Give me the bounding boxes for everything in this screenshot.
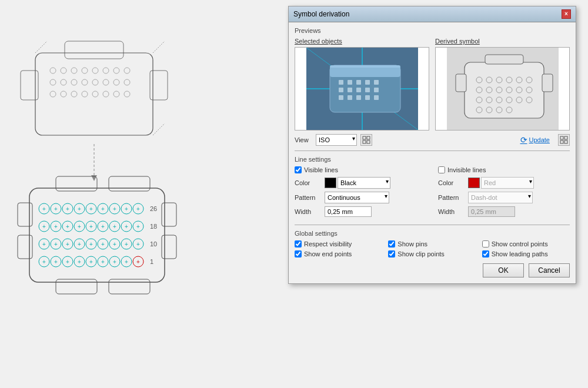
- svg-point-19: [124, 79, 130, 85]
- view-select-wrapper[interactable]: ISO Front Top: [316, 134, 357, 146]
- close-button[interactable]: ×: [562, 9, 571, 19]
- svg-text:+: +: [125, 241, 128, 247]
- show-leading-paths-checkbox[interactable]: [482, 250, 489, 257]
- svg-line-28: [35, 41, 47, 53]
- invisible-lines-checkbox-row: Invisible lines: [438, 166, 570, 173]
- show-clip-points-checkbox[interactable]: [388, 250, 395, 257]
- view-icon-btn[interactable]: [360, 134, 372, 146]
- svg-rect-167: [363, 136, 366, 139]
- visible-pattern-select-wrapper[interactable]: Continuous Dashed Dash-dot: [325, 192, 389, 203]
- selected-objects-preview: [295, 47, 429, 131]
- show-end-points-checkbox[interactable]: [295, 250, 302, 257]
- svg-rect-126: [356, 80, 361, 85]
- svg-text:+: +: [42, 223, 46, 230]
- svg-text:+: +: [66, 241, 69, 247]
- svg-rect-34: [18, 203, 32, 226]
- svg-rect-37: [162, 235, 176, 259]
- visible-color-select[interactable]: Black Red Blue: [338, 177, 390, 189]
- svg-text:+: +: [78, 259, 81, 265]
- show-control-points-checkbox[interactable]: [482, 240, 489, 247]
- svg-text:+: +: [125, 206, 128, 212]
- svg-text:+: +: [136, 259, 140, 265]
- visible-width-row: Width: [295, 206, 426, 217]
- svg-point-17: [103, 79, 109, 85]
- view-cube-icon: [362, 136, 370, 144]
- svg-text:+: +: [66, 223, 69, 230]
- svg-rect-127: [365, 80, 370, 85]
- invisible-color-row: Color Red Black Blue: [438, 177, 570, 189]
- derived-view-icon-btn[interactable]: [558, 134, 570, 146]
- visible-color-row: Color Black Red Blue: [295, 177, 426, 189]
- visible-lines-label: Visible lines: [304, 166, 338, 173]
- buttons-row: OK Cancel: [295, 263, 570, 277]
- invisible-width-input: [468, 206, 515, 217]
- selected-objects-svg: [306, 48, 418, 130]
- global-setting-2: Show control points: [482, 240, 570, 247]
- respect-visibility-checkbox[interactable]: [295, 240, 302, 247]
- dialog-title: Symbol derivation: [293, 10, 349, 18]
- visible-color-swatch: [325, 178, 336, 188]
- update-link[interactable]: ⟳ Update: [520, 135, 550, 145]
- svg-point-6: [71, 68, 77, 73]
- svg-rect-138: [374, 95, 379, 100]
- visible-width-input[interactable]: [325, 206, 372, 217]
- svg-point-24: [92, 91, 98, 97]
- svg-point-8: [92, 68, 98, 73]
- ok-button[interactable]: OK: [483, 263, 524, 277]
- svg-point-15: [82, 79, 88, 85]
- svg-line-30: [153, 123, 165, 135]
- settings-grid: Visible lines Color Black Red Blue: [295, 166, 570, 220]
- svg-rect-124: [339, 80, 343, 85]
- invisible-lines-checkbox[interactable]: [438, 166, 445, 173]
- svg-text:26: 26: [150, 205, 157, 212]
- visible-pattern-row: Pattern Continuous Dashed Dash-dot: [295, 192, 426, 203]
- svg-text:+: +: [101, 223, 105, 230]
- svg-rect-168: [367, 136, 370, 139]
- previews-section: Previews Selected objects: [295, 27, 570, 146]
- invisible-pattern-select[interactable]: Dash-dot Continuous Dashed: [468, 192, 533, 203]
- svg-rect-39: [109, 176, 150, 191]
- svg-rect-170: [367, 141, 370, 143]
- invisible-lines-col: Invisible lines Color Red Black Blue: [438, 166, 570, 220]
- svg-text:+: +: [54, 206, 58, 212]
- svg-rect-40: [56, 279, 97, 294]
- show-control-points-label: Show control points: [492, 240, 548, 247]
- svg-point-4: [50, 68, 56, 73]
- visible-pattern-select[interactable]: Continuous Dashed Dash-dot: [325, 192, 389, 203]
- svg-text:+: +: [113, 223, 116, 230]
- line-settings-section: Line settings Visible lines Color: [295, 156, 570, 220]
- svg-point-9: [103, 68, 109, 73]
- svg-text:+: +: [89, 206, 93, 212]
- selected-objects-col: Selected objects: [295, 38, 429, 131]
- svg-text:+: +: [125, 223, 128, 230]
- show-end-points-label: Show end points: [304, 250, 352, 257]
- respect-visibility-label: Respect visibility: [304, 240, 352, 247]
- svg-rect-0: [35, 53, 153, 135]
- invisible-width-label: Width: [438, 208, 465, 215]
- svg-rect-132: [365, 88, 370, 92]
- cancel-button[interactable]: Cancel: [529, 263, 570, 277]
- show-pins-checkbox[interactable]: [388, 240, 395, 247]
- view-select[interactable]: ISO Front Top: [316, 134, 357, 146]
- invisible-pattern-select-wrapper[interactable]: Dash-dot Continuous Dashed: [468, 192, 533, 203]
- svg-point-26: [113, 91, 119, 97]
- visible-color-select-wrapper[interactable]: Black Red Blue: [338, 177, 390, 189]
- view-row: View ISO Front Top: [295, 134, 570, 146]
- svg-text:+: +: [113, 206, 116, 212]
- svg-text:+: +: [89, 259, 93, 265]
- invisible-color-select[interactable]: Red Black Blue: [481, 177, 534, 189]
- invisible-color-swatch: [468, 178, 480, 188]
- svg-text:+: +: [42, 259, 46, 265]
- visible-color-dropdown-row: Black Red Blue: [325, 177, 390, 189]
- svg-text:+: +: [78, 223, 81, 230]
- invisible-color-dropdown-row: Red Black Blue: [468, 177, 534, 189]
- invisible-color-select-wrapper[interactable]: Red Black Blue: [481, 177, 534, 189]
- svg-text:+: +: [136, 206, 140, 212]
- svg-rect-33: [29, 188, 165, 282]
- svg-point-12: [50, 79, 56, 85]
- svg-rect-130: [348, 88, 352, 92]
- visible-lines-checkbox[interactable]: [295, 166, 302, 173]
- svg-rect-174: [564, 141, 567, 143]
- svg-text:+: +: [66, 259, 69, 265]
- derived-symbol-label: Derived symbol: [435, 38, 570, 45]
